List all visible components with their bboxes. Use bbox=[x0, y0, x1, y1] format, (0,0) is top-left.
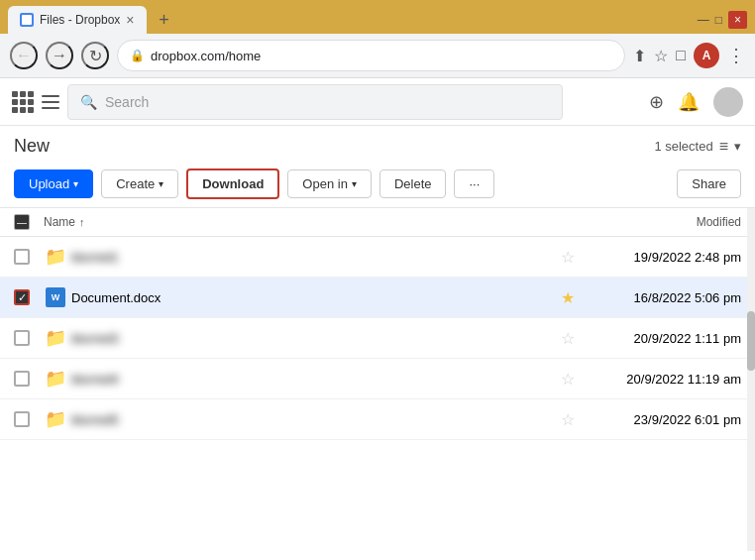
url-bar[interactable]: 🔒 dropbox.com/home bbox=[117, 40, 625, 71]
header-right: ⊕ 🔔 bbox=[649, 87, 743, 117]
delete-label: Delete bbox=[394, 176, 432, 191]
view-chevron-icon[interactable]: ▾ bbox=[734, 139, 741, 154]
back-button[interactable]: ← bbox=[10, 42, 38, 69]
upload-button[interactable]: Upload ▾ bbox=[14, 169, 93, 198]
row-modified-cell: 19/9/2022 2:48 pm bbox=[583, 250, 741, 265]
selected-count: 1 selected bbox=[654, 139, 712, 154]
extension-icon[interactable]: □ bbox=[676, 47, 686, 64]
tab-bar-controls: — □ × bbox=[698, 11, 747, 29]
share-page-icon[interactable]: ⬆ bbox=[633, 47, 646, 65]
active-tab[interactable]: Files - Dropbox × bbox=[8, 6, 147, 34]
folder-icon: 📁 bbox=[44, 367, 67, 391]
row-checkbox[interactable] bbox=[14, 411, 30, 427]
row-modified-cell: 20/9/2022 1:11 pm bbox=[583, 331, 741, 346]
row-checkbox[interactable] bbox=[14, 289, 30, 305]
star-icon[interactable]: ☆ bbox=[561, 411, 575, 428]
help-icon[interactable]: ⊕ bbox=[649, 91, 664, 113]
url-text: dropbox.com/home bbox=[151, 49, 612, 63]
row-checkbox-cell bbox=[14, 249, 44, 265]
scrollbar-thumb[interactable] bbox=[747, 311, 755, 371]
scrollbar[interactable] bbox=[747, 208, 755, 551]
table-row[interactable]: 📁blurred5☆23/9/2022 6:01 pm bbox=[0, 399, 755, 440]
file-name: blurred4 bbox=[71, 372, 119, 387]
create-label: Create bbox=[116, 176, 155, 191]
row-star-cell: ☆ bbox=[553, 329, 583, 348]
address-bar: ← → ↻ 🔒 dropbox.com/home ⬆ ☆ □ A ⋮ bbox=[0, 34, 755, 77]
row-name-cell: 📁blurred4 bbox=[44, 367, 553, 391]
folder-icon: 📁 bbox=[45, 327, 66, 349]
bookmark-icon[interactable]: ☆ bbox=[654, 47, 668, 65]
star-icon[interactable]: ★ bbox=[561, 289, 575, 306]
word-icon: W bbox=[46, 287, 65, 307]
select-all-checkbox[interactable] bbox=[14, 214, 30, 230]
forward-button[interactable]: → bbox=[46, 42, 73, 69]
minimize-button[interactable]: — bbox=[698, 13, 709, 27]
file-list: Name ↑ Modified 📁blurred1☆19/9/2022 2:48… bbox=[0, 208, 755, 551]
new-tab-button[interactable]: + bbox=[151, 6, 178, 34]
open-in-button[interactable]: Open in ▾ bbox=[287, 169, 372, 198]
create-arrow-icon: ▾ bbox=[159, 178, 163, 189]
row-star-cell: ★ bbox=[553, 288, 583, 307]
account-avatar[interactable]: A bbox=[694, 43, 719, 68]
name-column-header[interactable]: Name ↑ bbox=[44, 215, 553, 229]
row-star-cell: ☆ bbox=[553, 370, 583, 389]
table-row[interactable]: 📁blurred4☆20/9/2022 11:19 am bbox=[0, 359, 755, 399]
row-name-cell: 📁blurred5 bbox=[44, 407, 553, 431]
table-row[interactable]: 📁blurred3☆20/9/2022 1:11 pm bbox=[0, 318, 755, 359]
more-button[interactable]: ··· bbox=[454, 169, 494, 198]
delete-button[interactable]: Delete bbox=[379, 169, 447, 198]
row-checkbox[interactable] bbox=[14, 330, 30, 346]
page-content: 🔍 Search ⊕ 🔔 New 1 selected ≡ ▾ Upload ▾… bbox=[0, 78, 755, 551]
folder-icon: 📁 bbox=[44, 245, 67, 269]
browser-chrome: Files - Dropbox × + — □ × ← → ↻ 🔒 dropbo… bbox=[0, 0, 755, 78]
notifications-icon[interactable]: 🔔 bbox=[678, 91, 700, 113]
row-checkbox-cell bbox=[14, 330, 44, 346]
folder-icon: 📁 bbox=[44, 407, 67, 431]
name-label: Name bbox=[44, 215, 75, 229]
folder-icon: 📁 bbox=[44, 326, 67, 350]
toolbar: New 1 selected ≡ ▾ bbox=[0, 126, 755, 165]
row-name-cell: WDocument.docx bbox=[44, 285, 553, 309]
table-row[interactable]: 📁blurred1☆19/9/2022 2:48 pm bbox=[0, 237, 755, 278]
star-icon[interactable]: ☆ bbox=[561, 371, 575, 388]
file-name: Document.docx bbox=[71, 290, 161, 305]
upload-arrow-icon: ▾ bbox=[73, 178, 78, 189]
download-button[interactable]: Download bbox=[186, 168, 279, 199]
new-label: New bbox=[14, 136, 50, 157]
row-modified-cell: 20/9/2022 11:19 am bbox=[583, 372, 741, 387]
folder-icon: 📁 bbox=[45, 408, 66, 430]
star-icon[interactable]: ☆ bbox=[561, 249, 575, 266]
modified-column-header: Modified bbox=[583, 215, 741, 229]
search-box[interactable]: 🔍 Search bbox=[67, 84, 563, 120]
table-row[interactable]: WDocument.docx★16/8/2022 5:06 pm bbox=[0, 278, 755, 318]
apps-grid-icon[interactable] bbox=[12, 91, 34, 113]
file-list-header: Name ↑ Modified bbox=[0, 208, 755, 237]
open-in-arrow-icon: ▾ bbox=[352, 178, 357, 189]
share-button[interactable]: Share bbox=[677, 169, 741, 198]
tab-close-button[interactable]: × bbox=[126, 12, 134, 28]
menu-icon[interactable]: ⋮ bbox=[727, 45, 745, 66]
row-checkbox[interactable] bbox=[14, 371, 30, 387]
file-name: blurred5 bbox=[71, 412, 119, 427]
maximize-button[interactable]: □ bbox=[715, 13, 722, 27]
search-icon: 🔍 bbox=[80, 94, 97, 110]
download-label: Download bbox=[202, 176, 264, 191]
tab-favicon bbox=[20, 13, 34, 27]
header-checkbox-cell bbox=[14, 214, 44, 230]
row-checkbox[interactable] bbox=[14, 249, 30, 265]
star-icon[interactable]: ☆ bbox=[561, 330, 575, 347]
close-window-button[interactable]: × bbox=[728, 11, 747, 29]
user-avatar[interactable] bbox=[713, 87, 743, 117]
action-bar: Upload ▾ Create ▾ Download Open in ▾ Del… bbox=[0, 165, 755, 208]
more-icon: ··· bbox=[469, 176, 480, 191]
lock-icon: 🔒 bbox=[130, 49, 145, 62]
row-modified-cell: 23/9/2022 6:01 pm bbox=[583, 412, 741, 427]
folder-icon: 📁 bbox=[45, 368, 66, 390]
hamburger-menu-icon[interactable] bbox=[42, 95, 59, 109]
create-button[interactable]: Create ▾ bbox=[101, 169, 178, 198]
toolbar-right: 1 selected ≡ ▾ bbox=[654, 138, 741, 156]
row-checkbox-cell bbox=[14, 411, 44, 427]
refresh-button[interactable]: ↻ bbox=[81, 42, 109, 69]
row-checkbox-cell bbox=[14, 371, 44, 387]
list-view-icon[interactable]: ≡ bbox=[719, 138, 728, 156]
